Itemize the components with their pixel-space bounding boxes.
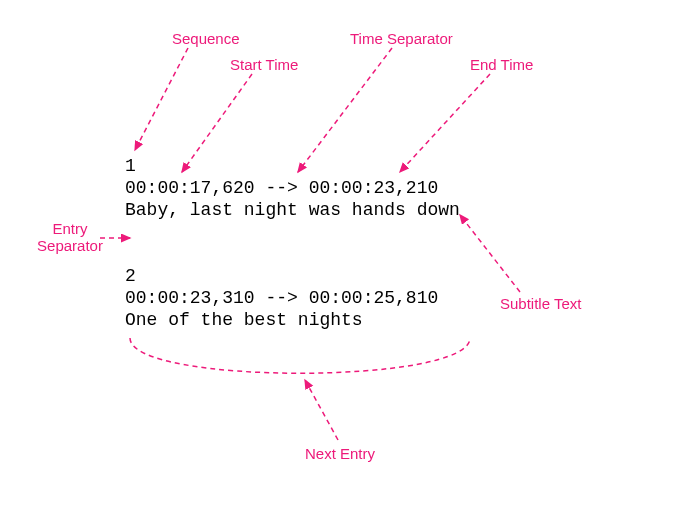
arrow-next-entry: [305, 380, 338, 440]
diagram-stage: 1 00:00:17,620 --> 00:00:23,210 Baby, la…: [0, 0, 678, 524]
entry-2: 2 00:00:23,310 --> 00:00:25,810 One of t…: [125, 265, 438, 331]
subtitle-text: One of the best nights: [125, 310, 363, 330]
label-next-entry: Next Entry: [305, 445, 375, 462]
label-sequence: Sequence: [172, 30, 240, 47]
entry-1: 1 00:00:17,620 --> 00:00:23,210 Baby, la…: [125, 155, 460, 221]
bracket-next-entry: [130, 338, 470, 373]
label-subtitle-text: Subtitle Text: [500, 295, 581, 312]
label-time-separator: Time Separator: [350, 30, 453, 47]
arrow-sequence: [135, 48, 188, 150]
label-start-time: Start Time: [230, 56, 298, 73]
time-separator: -->: [265, 178, 297, 198]
sequence-number: 2: [125, 266, 136, 286]
start-time: 00:00:17,620: [125, 178, 255, 198]
subtitle-text: Baby, last night was hands down: [125, 200, 460, 220]
start-time: 00:00:23,310: [125, 288, 255, 308]
sequence-number: 1: [125, 156, 136, 176]
end-time: 00:00:23,210: [309, 178, 439, 198]
arrow-subtitle-text: [460, 215, 520, 292]
label-end-time: End Time: [470, 56, 533, 73]
label-entry-separator: EntrySeparator: [30, 220, 110, 254]
time-separator: -->: [265, 288, 297, 308]
arrow-time-separator: [298, 48, 392, 172]
end-time: 00:00:25,810: [309, 288, 439, 308]
